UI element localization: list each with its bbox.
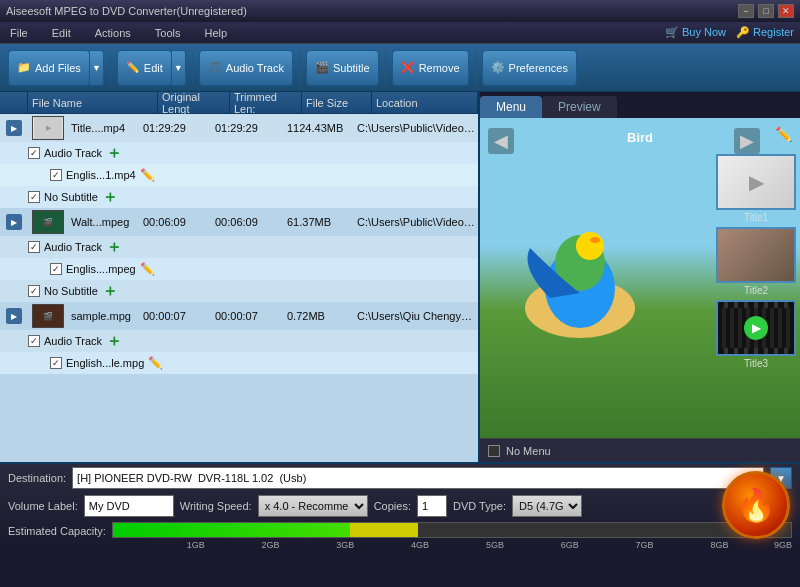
volume-row: Volume Label: Writing Speed: x 4.0 - Rec… (0, 492, 800, 520)
bottom-area: Destination: ▼ Volume Label: Writing Spe… (0, 462, 800, 544)
audio-checkbox-3[interactable]: ✓ (28, 335, 40, 347)
row-indicator-2: ▶ (6, 214, 22, 230)
table-row[interactable]: ▶ 🎬 Walt...mpeg 00:06:09 00:06:09 61.37M… (0, 208, 478, 236)
writing-speed-select[interactable]: x 4.0 - Recommended (258, 495, 368, 517)
burn-button[interactable]: 🔥 (722, 471, 790, 539)
thumb-box-2[interactable] (716, 227, 796, 283)
file-trimlen-2: 00:06:09 (212, 214, 284, 230)
thumb-label-3: Title3 (744, 358, 768, 369)
file-name-1: Title....mp4 (68, 120, 140, 136)
add-files-button[interactable]: 📁 Add Files (8, 50, 90, 86)
cap-used-green (113, 523, 350, 537)
minimize-button[interactable]: − (738, 4, 754, 18)
file-location-2: C:\Users\Public\Videos\ais... (354, 214, 478, 230)
file-trimlen-3: 00:00:07 (212, 308, 284, 324)
audio-checkbox-1[interactable]: ✓ (28, 147, 40, 159)
tab-preview[interactable]: Preview (542, 96, 617, 118)
audio-checkbox-2[interactable]: ✓ (28, 241, 40, 253)
nav-edit-button[interactable]: ✏️ (775, 126, 792, 142)
subtitle-checkbox-1[interactable]: ✓ (28, 191, 40, 203)
svg-point-3 (576, 232, 604, 260)
edit-audio-button-1[interactable]: ✏️ (140, 168, 155, 182)
edit-audio-button-3[interactable]: ✏️ (148, 356, 163, 370)
maximize-button[interactable]: □ (758, 4, 774, 18)
file-origlen-2: 00:06:09 (140, 214, 212, 230)
volume-input[interactable] (84, 495, 174, 517)
table-row[interactable]: ▶ 🎬 sample.mpg 00:00:07 00:00:07 0.72MB … (0, 302, 478, 330)
edit-button[interactable]: ✏️ Edit (117, 50, 172, 86)
file-thumbnail-3: 🎬 (32, 304, 64, 328)
cap-tick-8: 8GB (710, 540, 728, 550)
file-size-1: 1124.43MB (284, 120, 354, 136)
thumbnail-item-3[interactable]: ▶ Title3 (716, 300, 796, 369)
separator-1 (110, 52, 111, 84)
separator-2 (192, 52, 193, 84)
buy-now-link[interactable]: 🛒 Buy Now (665, 26, 726, 39)
register-link[interactable]: 🔑 Register (736, 26, 794, 39)
menu-actions[interactable]: Actions (91, 25, 135, 41)
menu-bar: File Edit Actions Tools Help 🛒 Buy Now 🔑… (0, 22, 800, 44)
capacity-label: Estimated Capacity: (8, 525, 106, 537)
subtitle-button[interactable]: 🎬 Subtitle (306, 50, 379, 86)
audio-label-3: Audio Track (44, 335, 102, 347)
preferences-button[interactable]: ⚙️ Preferences (482, 50, 577, 86)
table-row[interactable]: ▶ ▶ Title....mp4 01:29:29 01:29:29 1124.… (0, 114, 478, 142)
add-audio-button-3[interactable]: ＋ (106, 331, 122, 352)
file-origlen-1: 01:29:29 (140, 120, 212, 136)
preview-tabs: Menu Preview (480, 92, 800, 118)
add-files-dropdown[interactable]: ▼ (90, 50, 104, 86)
add-subtitle-button-1[interactable]: ＋ (102, 187, 118, 208)
main-area: File Name Original Lengt Trimmed Len: Fi… (0, 92, 800, 462)
subtitle-row-1: ✓ No Subtitle ＋ (0, 186, 478, 208)
destination-input[interactable] (72, 467, 764, 489)
add-audio-button-1[interactable]: ＋ (106, 143, 122, 164)
dvd-type-select[interactable]: D5 (4.7G) (512, 495, 582, 517)
subtitle-checkbox-2[interactable]: ✓ (28, 285, 40, 297)
thumbnail-item-1[interactable]: ▶ Title1 (716, 154, 796, 223)
nav-next-button[interactable]: ▶ (734, 128, 760, 154)
close-button[interactable]: ✕ (778, 4, 794, 18)
play-overlay-3: ▶ (718, 300, 794, 356)
thumb-box-1[interactable]: ▶ (716, 154, 796, 210)
nav-prev-button[interactable]: ◀ (488, 128, 514, 154)
file-origlen-3: 00:00:07 (140, 308, 212, 324)
no-menu-label: No Menu (506, 445, 551, 457)
remove-button[interactable]: ❌ Remove (392, 50, 469, 86)
thumb-box-3[interactable]: ▶ (716, 300, 796, 356)
tab-menu[interactable]: Menu (480, 96, 542, 118)
col-filesize: File Size (302, 92, 372, 113)
add-subtitle-button-2[interactable]: ＋ (102, 281, 118, 302)
preview-pane: Menu Preview ◀ Bird ▶ ✏️ (480, 92, 800, 462)
copies-input[interactable] (417, 495, 447, 517)
window-controls: − □ ✕ (738, 4, 794, 18)
audio-file-check-1[interactable]: ✓ (50, 169, 62, 181)
cap-tick-9: 9GB (774, 540, 792, 550)
file-size-3: 0.72MB (284, 308, 354, 324)
svg-point-4 (590, 237, 600, 243)
destination-row: Destination: ▼ (0, 464, 800, 492)
audio-track-button[interactable]: 🎵 Audio Track (199, 50, 293, 86)
thumbnail-item-2[interactable]: Title2 (716, 227, 796, 296)
menu-tools[interactable]: Tools (151, 25, 185, 41)
add-audio-button-2[interactable]: ＋ (106, 237, 122, 258)
file-trimlen-1: 01:29:29 (212, 120, 284, 136)
audio-file-check-3[interactable]: ✓ (50, 357, 62, 369)
no-menu-checkbox[interactable] (488, 445, 500, 457)
row-indicator-3: ▶ (6, 308, 22, 324)
file-location-3: C:\Users\Qiu Chengyun\Vi... (354, 308, 478, 324)
separator-4 (385, 52, 386, 84)
menu-help[interactable]: Help (200, 25, 231, 41)
col-filename: File Name (28, 92, 158, 113)
audio-file-check-2[interactable]: ✓ (50, 263, 62, 275)
menu-edit[interactable]: Edit (48, 25, 75, 41)
audio-filename-3: English...le.mpg (66, 357, 144, 369)
file-list-body[interactable]: ▶ ▶ Title....mp4 01:29:29 01:29:29 1124.… (0, 114, 478, 462)
audio-file-row-3: ✓ English...le.mpg ✏️ (0, 352, 478, 374)
edit-dropdown[interactable]: ▼ (172, 50, 186, 86)
menu-file[interactable]: File (6, 25, 32, 41)
cap-tick-4: 4GB (411, 540, 429, 550)
cap-tick-3: 3GB (336, 540, 354, 550)
title-bar: Aiseesoft MPEG to DVD Converter(Unregist… (0, 0, 800, 22)
edit-audio-button-2[interactable]: ✏️ (140, 262, 155, 276)
col-location: Location (372, 92, 478, 113)
